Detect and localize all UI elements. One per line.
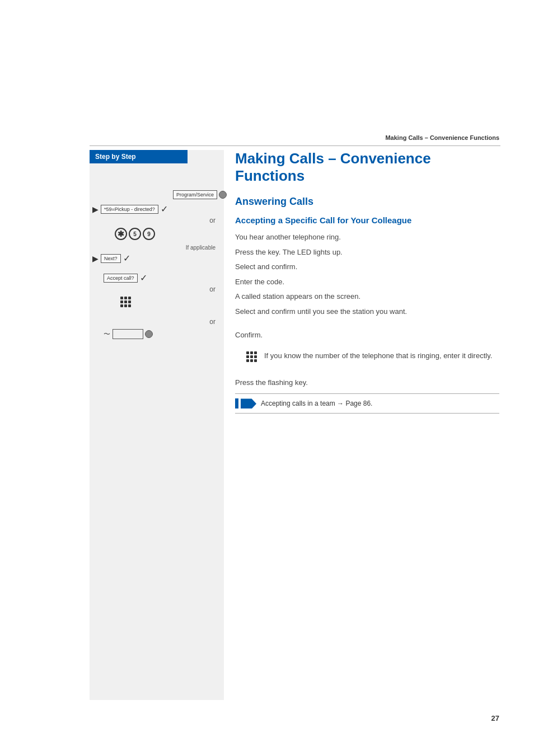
checkmark-2: ✓ bbox=[123, 253, 130, 264]
accept-label: Accept call? bbox=[104, 274, 138, 283]
or-text-1: or bbox=[92, 217, 227, 224]
arrow-pickup: ▶ bbox=[92, 205, 99, 214]
page-header-text: Making Calls – Convenience Functions bbox=[385, 134, 499, 141]
or-text-2: or bbox=[92, 285, 227, 293]
note-icon bbox=[235, 398, 256, 408]
main-content: Making Calls – Convenience Functions Ans… bbox=[235, 150, 499, 414]
instruction-list: You hear another telephone ring. Press t… bbox=[235, 232, 499, 317]
step-by-step-box: Step by Step bbox=[90, 150, 188, 163]
diagram-area: Program/Service ▶ *59=Pickup - directed?… bbox=[92, 190, 227, 342]
section-title-answering: Answering Calls bbox=[235, 196, 499, 208]
note-text: Accepting calls in a team → Page 86. bbox=[261, 400, 372, 407]
instruction-9: Press the flashing key. bbox=[235, 377, 499, 388]
instruction-4: Enter the code. bbox=[235, 276, 499, 288]
instruction-8: If you know the number of the telephone … bbox=[264, 350, 492, 361]
ring-symbol: 〜 bbox=[104, 330, 110, 339]
page-number: 27 bbox=[491, 714, 499, 722]
instruction-6: Select and confirm until you see the sta… bbox=[235, 306, 499, 317]
instruction-3: Select and confirm. bbox=[235, 261, 499, 273]
accept-row: Accept call? ✓ bbox=[92, 273, 227, 283]
flash-key-row: 〜 bbox=[92, 329, 227, 339]
arrow-next: ▶ bbox=[92, 254, 99, 263]
diagram-keypad-icon bbox=[120, 297, 133, 309]
code-5: 5 bbox=[129, 228, 141, 240]
instruction-list-3: Press the flashing key. bbox=[235, 377, 499, 388]
page-container: Making Calls – Convenience Functions Ste… bbox=[0, 0, 534, 756]
note-bar bbox=[235, 398, 238, 408]
keypad-icon bbox=[246, 351, 259, 364]
note-row: Accepting calls in a team → Page 86. bbox=[235, 393, 499, 414]
main-title: Making Calls – Convenience Functions bbox=[235, 150, 499, 185]
instruction-list-2: Confirm. bbox=[235, 330, 499, 341]
pickup-row: ▶ *59=Pickup - directed? ✓ bbox=[92, 204, 227, 214]
next-label: Next? bbox=[101, 254, 121, 263]
instruction-2: Press the key. The LED lights up. bbox=[235, 247, 499, 258]
checkmark-3: ✓ bbox=[140, 273, 147, 283]
instruction-5: A called station appears on the screen. bbox=[235, 291, 499, 302]
code-star: ✱ bbox=[115, 228, 127, 240]
led-circle-2 bbox=[145, 330, 153, 338]
code-icons-row: ✱ 5 9 bbox=[115, 228, 227, 240]
instruction-7: Confirm. bbox=[235, 330, 499, 341]
note-arrow bbox=[241, 398, 256, 408]
subsection-title-accepting: Accepting a Specific Call for Your Colle… bbox=[235, 215, 499, 225]
pickup-label: *59=Pickup - directed? bbox=[101, 205, 158, 214]
next-row: ▶ Next? ✓ bbox=[92, 253, 227, 264]
keypad-instruction-row: If you know the number of the telephone … bbox=[235, 350, 499, 364]
top-rule bbox=[90, 145, 500, 146]
code-9: 9 bbox=[143, 228, 155, 240]
program-service-label: Program/Service bbox=[173, 190, 217, 199]
flash-key-box bbox=[113, 329, 143, 339]
or-text-3: or bbox=[92, 318, 227, 326]
if-applicable-label: If applicable bbox=[92, 245, 227, 251]
program-service-row: Program/Service bbox=[92, 190, 227, 199]
checkmark-1: ✓ bbox=[161, 204, 168, 214]
diagram-keypad-row bbox=[109, 297, 227, 309]
instruction-1: You hear another telephone ring. bbox=[235, 232, 499, 243]
led-circle-1 bbox=[219, 191, 227, 199]
